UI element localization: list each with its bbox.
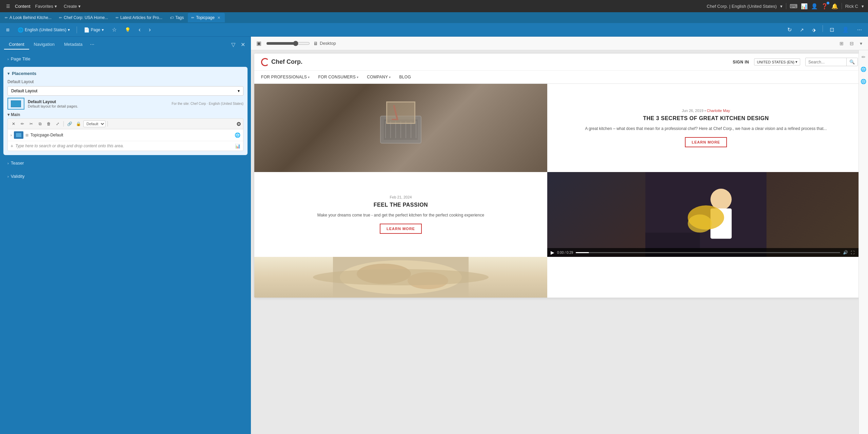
- settings-icon-btn[interactable]: ⚙: [236, 121, 241, 127]
- create-menu[interactable]: Create ▾: [62, 2, 83, 10]
- preview-split-btn[interactable]: ⊞: [838, 40, 845, 47]
- user-settings-btn[interactable]: 👤: [840, 25, 852, 34]
- nav-company-label: COMPANY: [367, 75, 388, 79]
- refresh-icon: ↻: [787, 26, 792, 33]
- lightbulb-btn[interactable]: 💡: [122, 26, 133, 34]
- item-globe-icon[interactable]: 🌐: [235, 132, 240, 138]
- layout-btn[interactable]: ⊡: [827, 25, 837, 34]
- lock-btn[interactable]: 🔒: [75, 120, 82, 128]
- close-panel-btn[interactable]: ✕: [239, 41, 247, 49]
- search-input[interactable]: [806, 58, 846, 66]
- edit-btn[interactable]: ✏: [19, 120, 26, 128]
- article-image-2: ▶ 0:00 / 0:29 🔊 ⛶ ⋮: [547, 172, 865, 257]
- search-button[interactable]: 🔍: [846, 58, 857, 66]
- bell-icon[interactable]: 🔔: [831, 3, 838, 10]
- move-btn[interactable]: ⤢: [54, 120, 61, 128]
- sidebar-icon-1[interactable]: ✏: [860, 53, 867, 61]
- page-btn[interactable]: 📄 Page ▾: [81, 26, 106, 34]
- user-name[interactable]: Rick C: [845, 4, 858, 9]
- tab-look-behind[interactable]: ✏ A Look Behind Kitche...: [1, 13, 55, 22]
- keyboard-icon[interactable]: ⌨: [790, 3, 797, 10]
- favorites-label: Favorites: [35, 4, 53, 9]
- trash-btn[interactable]: 🗑: [45, 120, 53, 128]
- page-title-section[interactable]: › Page Title: [3, 53, 248, 65]
- tab-topicpage[interactable]: ✏ Topicpage ✕: [188, 13, 225, 22]
- delete-btn[interactable]: ✕: [10, 120, 17, 128]
- zoom-slider[interactable]: [266, 41, 310, 46]
- item-toggle-btn[interactable]: ›: [11, 133, 12, 137]
- preview-chevron-btn[interactable]: ▾: [858, 40, 864, 47]
- divider2: [842, 3, 842, 9]
- nav-company[interactable]: COMPANY ▾: [367, 73, 391, 81]
- teaser-label: Teaser: [11, 161, 24, 166]
- more-tabs-btn[interactable]: ···: [87, 39, 97, 50]
- article-excerpt-1: A great kitchen – what does that mean fo…: [585, 126, 827, 132]
- share-icon: ⬗: [812, 27, 816, 33]
- tab-close-button[interactable]: ✕: [216, 15, 221, 20]
- forward-btn[interactable]: ›: [146, 25, 154, 35]
- tab-navigation[interactable]: Navigation: [29, 40, 59, 50]
- add-placeholder-text: Type here to search or drag and drop con…: [15, 144, 124, 148]
- default-select[interactable]: Default: [83, 120, 105, 127]
- help-icon[interactable]: ❓: [821, 3, 828, 10]
- placements-header[interactable]: ▾ Placements: [7, 71, 243, 76]
- video-volume-btn[interactable]: 🔊: [843, 250, 848, 255]
- site-header: Chef Corp. SIGN IN UNITED STATES (EN) ▾ …: [254, 54, 865, 71]
- page-number-btn[interactable]: ⊞: [3, 26, 12, 34]
- top-bar: ☰ Content Favorites ▾ Create ▾ Chef Corp…: [0, 0, 868, 12]
- desktop-mode-btn[interactable]: 🖥 Desktop: [313, 41, 336, 46]
- article-learn-more-2[interactable]: LEARN MORE: [380, 224, 422, 234]
- article-row-3: [254, 257, 865, 298]
- add-item-row[interactable]: + Type here to search or drag and drop c…: [8, 141, 243, 151]
- collapse-panel-btn[interactable]: ▽: [230, 41, 237, 49]
- video-play-btn[interactable]: ▶: [551, 250, 554, 255]
- sign-in-button[interactable]: SIGN IN: [733, 60, 749, 64]
- food-image: [254, 257, 547, 298]
- content-nav-item[interactable]: Content: [15, 4, 31, 9]
- svg-point-18: [340, 260, 462, 294]
- nav-consumers[interactable]: FOR CONSUMERS ▾: [318, 73, 358, 81]
- article-learn-more-1[interactable]: LEARN MORE: [685, 137, 727, 147]
- teaser-chevron-icon: ›: [7, 161, 9, 165]
- country-selector[interactable]: UNITED STATES (EN) ▾: [754, 58, 800, 65]
- tab-edit-icon: ✏: [5, 16, 8, 20]
- article-author-1[interactable]: Charlotte May: [707, 109, 730, 113]
- video-progress-bar[interactable]: [576, 252, 840, 253]
- cut-btn[interactable]: ✂: [27, 120, 35, 128]
- analytics-icon[interactable]: 📊: [801, 3, 808, 10]
- hamburger-menu[interactable]: ☰: [4, 2, 12, 10]
- preview-area[interactable]: Chef Corp. SIGN IN UNITED STATES (EN) ▾ …: [251, 50, 868, 434]
- tab-metadata[interactable]: Metadata: [59, 40, 87, 50]
- tab-latest-articles[interactable]: ✏ Latest Articles for Pro...: [112, 13, 166, 22]
- star-btn[interactable]: ☆: [109, 25, 119, 34]
- link-btn[interactable]: 🔗: [66, 120, 73, 128]
- external-link-btn[interactable]: ↗: [797, 25, 807, 34]
- site-selector[interactable]: Chef Corp. | English (United States): [707, 4, 776, 9]
- preview-expand-btn[interactable]: ⊟: [848, 40, 855, 47]
- tab-chef-corp-home[interactable]: ✏ Chef Corp: USA Home...: [56, 13, 112, 22]
- teaser-header[interactable]: › Teaser: [3, 157, 248, 169]
- refresh-btn[interactable]: ↻: [785, 25, 794, 34]
- forward-icon: ›: [149, 26, 151, 33]
- preview-toggle-btn[interactable]: ▣: [255, 39, 263, 48]
- default-layout-dropdown[interactable]: Default Layout ▾: [7, 86, 243, 96]
- main-label-text: Main: [11, 112, 20, 117]
- nav-blog[interactable]: BLOG: [399, 73, 411, 81]
- toolbar-separator2: [823, 25, 823, 32]
- layout-thumbnail: [7, 98, 24, 110]
- copy-btn[interactable]: ⧉: [36, 120, 44, 128]
- share-btn[interactable]: ⬗: [809, 25, 818, 34]
- preview-toolbar: ▣ 🖥 Desktop ⊞ ⊟ ▾: [251, 37, 868, 50]
- back-btn[interactable]: ‹: [136, 25, 143, 35]
- sidebar-icon-2[interactable]: 🌐: [859, 65, 868, 73]
- tab-tags[interactable]: 🏷 Tags: [166, 13, 187, 22]
- nav-professionals[interactable]: FOR PROFESSIONALS ▾: [261, 73, 310, 81]
- more-actions-btn[interactable]: ⋯: [854, 25, 865, 34]
- sidebar-icon-3[interactable]: 🌐: [859, 77, 868, 86]
- language-selector[interactable]: 🌐 English (United States) ▾: [15, 26, 73, 34]
- validity-header[interactable]: › Validity: [3, 170, 248, 182]
- tab-edit-icon2: ✏: [59, 16, 62, 20]
- user-icon[interactable]: 👤: [811, 3, 818, 10]
- favorites-menu[interactable]: Favorites ▾: [33, 2, 59, 10]
- tab-content[interactable]: Content: [4, 40, 29, 50]
